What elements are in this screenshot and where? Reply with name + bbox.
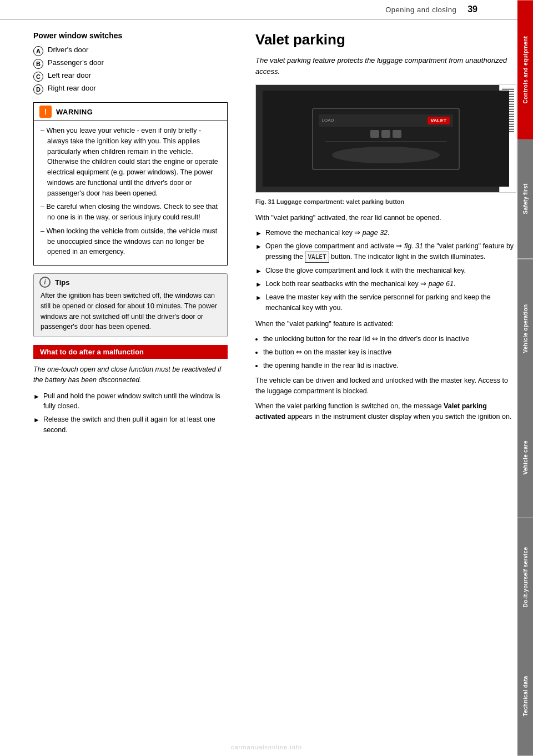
warning-item-3: – When locking the vehicle from outside,… [41, 226, 220, 257]
warning-item-1: – When you leave your vehicle - even if … [41, 126, 220, 198]
arrow-icon: ► [255, 266, 262, 276]
screen-btn-2 [381, 130, 390, 138]
feature-list: the unlocking button for the rear lid ⇔ … [255, 333, 516, 371]
valet-button: VALET [428, 117, 450, 124]
tips-content: After the ignition has been switched off… [34, 291, 227, 337]
feature-item-3: the opening handle in the rear lid is in… [263, 360, 516, 371]
feature-active-title: When the "valet parking" feature is acti… [255, 319, 516, 329]
valet-intro: The valet parking feature protects the l… [255, 55, 516, 77]
valet-bullet-3: ► Close the glove compartment and lock i… [255, 266, 516, 276]
label-b: B [33, 59, 43, 69]
sidebar-tab-technical-data[interactable]: Technical data [517, 637, 533, 756]
section-title: Power window switches [33, 31, 228, 40]
screen-divider [325, 141, 446, 142]
list-item: B Passenger's door [33, 58, 228, 69]
warning-icon: ! [39, 106, 52, 118]
infotainment-screen: LOAD VALET [312, 108, 460, 170]
list-item: C Left rear door [33, 71, 228, 82]
feature-item-2: the button ⇔ on the master key is inacti… [263, 347, 516, 358]
screen-buttons-row [370, 130, 401, 138]
sidebar-tab-vehicle-operation[interactable]: Vehicle operation [517, 259, 533, 398]
figure-container: 94G-0261 LOAD VALET [255, 84, 516, 193]
arrow-icon-1: ► [33, 392, 40, 402]
door-c-text: Left rear door [48, 71, 91, 79]
load-label: LOAD [322, 118, 334, 123]
closing-text-2: When the valet parking function is switc… [255, 401, 516, 422]
valet-bullet-4: ► Lock both rear seatbacks with the mech… [255, 279, 516, 289]
malfunction-intro: The one-touch open and close function mu… [33, 364, 228, 385]
screen-top-bar: LOAD VALET [319, 114, 454, 127]
tips-header: i Tips [34, 274, 227, 291]
arrow-icon: ► [255, 279, 262, 289]
list-item: D Right rear door [33, 84, 228, 94]
arrow-icon: ► [255, 242, 262, 252]
warning-content: – When you leave your vehicle - even if … [34, 121, 227, 265]
valet-content: With "valet parking" activated, the rear… [255, 213, 516, 422]
arrow-icon: ► [255, 293, 262, 303]
sidebar-tab-vehicle-care[interactable]: Vehicle care [517, 398, 533, 518]
screen-btn-1 [370, 130, 379, 138]
arrow-icon-2: ► [33, 415, 40, 425]
door-a-text: Driver's door [48, 46, 88, 54]
malfunction-header: What to do after a malfunction [33, 345, 228, 359]
screen-btn-3 [393, 130, 401, 138]
malfunction-bullet-2: ► Release the switch and then pull it ag… [33, 414, 228, 435]
tips-box: i Tips After the ignition has been switc… [33, 273, 228, 337]
valet-opening: With "valet parking" activated, the rear… [255, 213, 516, 223]
door-list: A Driver's door B Passenger's door C Lef… [33, 46, 228, 94]
right-column: Valet parking The valet parking feature … [244, 20, 533, 449]
label-a: A [33, 46, 43, 56]
warning-header: ! WARNING [34, 103, 227, 121]
fig-label: Fig. 31 [255, 198, 275, 205]
label-d: D [33, 84, 43, 94]
valet-bullet-1: ► Remove the mechanical key ⇒ page 32. [255, 228, 516, 238]
valet-bullets: ► Remove the mechanical key ⇒ page 32. ►… [255, 228, 516, 313]
malfunction-bullets: ► Pull and hold the power window switch … [33, 391, 228, 435]
warning-item-2: – Be careful when closing the windows. C… [41, 202, 220, 223]
valet-title: Valet parking [255, 31, 516, 48]
arrow-icon: ► [255, 228, 262, 238]
valet-key: VALET [305, 252, 329, 263]
fig-inner: LOAD VALET [263, 91, 510, 187]
door-b-text: Passenger's door [48, 58, 104, 67]
tips-title: Tips [55, 278, 70, 287]
main-content: Power window switches A Driver's door B … [0, 20, 533, 449]
door-d-text: Right rear door [48, 84, 96, 92]
sidebar-tab-diy[interactable]: Do-it-yourself service [517, 518, 533, 637]
control-knob [332, 147, 440, 163]
page-header: Opening and closing 39 [0, 0, 533, 20]
header-title: Opening and closing [33, 6, 456, 14]
info-icon: i [39, 277, 51, 288]
malfunction-bullet-1: ► Pull and hold the power window switch … [33, 391, 228, 412]
valet-bullet-5: ► Leave the master key with the service … [255, 292, 516, 313]
feature-section: When the "valet parking" feature is acti… [255, 319, 516, 422]
sidebar-tab-controls[interactable]: Controls and equipment [517, 0, 533, 139]
fig-caption: Fig. 31 Luggage compartment: valet parki… [255, 197, 516, 206]
right-sidebar: Controls and equipment Safety first Vehi… [517, 0, 533, 756]
list-item: A Driver's door [33, 46, 228, 56]
warning-title: WARNING [56, 108, 93, 116]
label-c: C [33, 72, 43, 82]
watermark: carmanualsonline.info [231, 744, 302, 750]
page-number: 39 [467, 4, 477, 14]
closing-text-1: The vehicle can be driven and locked and… [255, 376, 516, 397]
valet-bullet-2: ► Open the glove compartment and activat… [255, 241, 516, 263]
left-column: Power window switches A Driver's door B … [0, 20, 244, 449]
feature-item-1: the unlocking button for the rear lid ⇔ … [263, 333, 516, 344]
warning-box: ! WARNING – When you leave your vehicle … [33, 102, 228, 266]
sidebar-tab-safety[interactable]: Safety first [517, 139, 533, 259]
